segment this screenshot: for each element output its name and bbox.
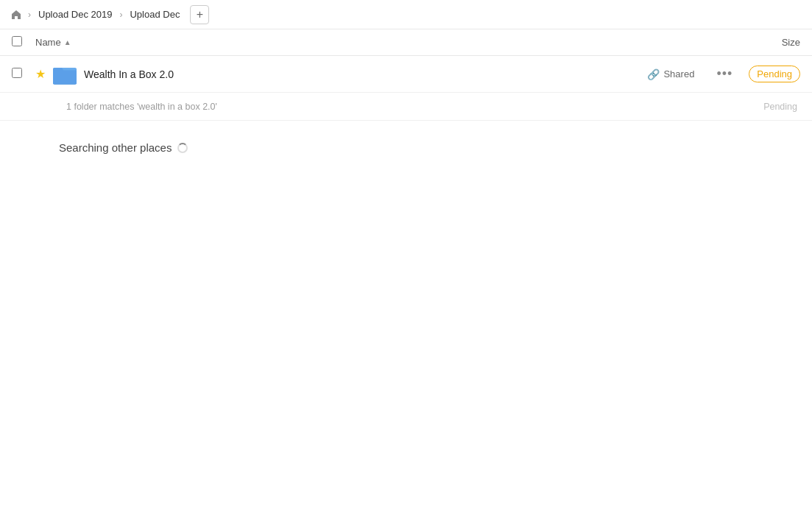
searching-spinner [177,143,188,153]
file-name[interactable]: Wealth In a Box 2.0 [84,68,641,80]
folder-match-text: 1 folder matches 'wealth in a box 2.0' [66,102,763,112]
breadcrumb-bar: › Upload Dec 2019 › Upload Dec + [0,0,812,29]
link-icon: 🔗 [647,68,660,80]
size-column-header[interactable]: Size [756,37,800,48]
table-row: ★ Wealth In a Box 2.0 🔗 Shared ••• Pendi… [0,56,812,93]
name-column-header[interactable]: Name ▲ [35,37,756,48]
name-column-label: Name [35,37,61,48]
searching-title: Searching other places [59,141,797,154]
searching-label: Searching other places [59,141,172,154]
row-actions: 🔗 Shared ••• [641,65,737,83]
shared-label: Shared [663,68,694,80]
breadcrumb-separator-1: › [28,10,31,20]
name-sort-arrow: ▲ [64,38,71,46]
breadcrumb-separator-2: › [119,10,122,20]
column-header: Name ▲ Size [0,29,812,56]
breadcrumb-upload-dec-2019[interactable]: Upload Dec 2019 [35,7,115,21]
searching-section: Searching other places [0,121,812,154]
shared-button[interactable]: 🔗 Shared [641,66,700,82]
folder-match-row: 1 folder matches 'wealth in a box 2.0' P… [0,93,812,121]
star-icon[interactable]: ★ [35,67,46,81]
folder-icon [53,63,77,86]
select-all-checkbox[interactable] [12,36,27,49]
add-new-button[interactable]: + [190,5,209,24]
home-icon[interactable] [9,7,24,22]
more-options-button[interactable]: ••• [712,65,737,83]
pending-badge: Pending [749,66,800,82]
row-checkbox[interactable] [12,68,27,80]
folder-match-status: Pending [763,102,797,112]
breadcrumb-upload-dec[interactable]: Upload Dec [127,7,183,21]
